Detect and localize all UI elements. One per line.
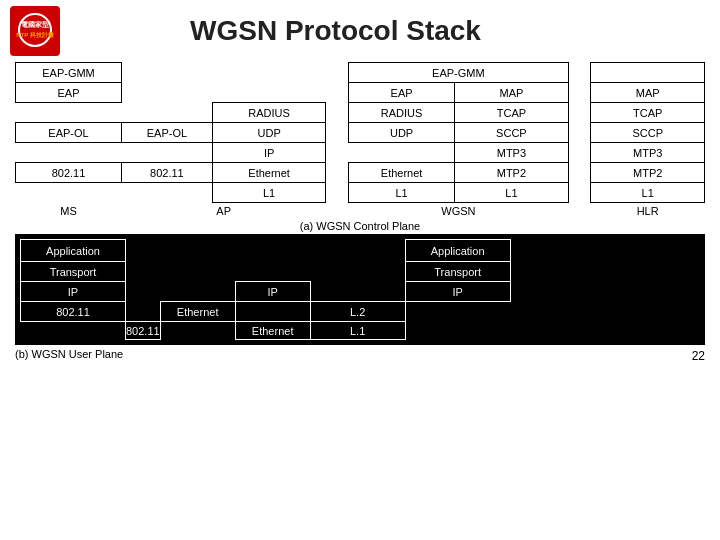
up-empty: [510, 282, 699, 302]
cell-l1-wgsn2: L1: [455, 183, 569, 203]
up-ip-hlr: IP: [405, 282, 510, 302]
user-plane-table: Application Application Transport Transp…: [20, 239, 700, 340]
cell-empty: [326, 163, 349, 183]
cell-mtp3-hlr: MTP3: [591, 143, 705, 163]
up-empty: [160, 240, 235, 262]
cell-sccp-hlr: SCCP: [591, 123, 705, 143]
control-plane-caption: (a) WGSN Control Plane: [15, 220, 705, 232]
table-row: 802.11 802.11 Ethernet Ethernet MTP2 MTP…: [16, 163, 705, 183]
header: 電國家型 NTP 科技計畫 WGSN Protocol Stack: [0, 0, 720, 62]
up-empty: [510, 322, 699, 340]
cell-empty: [326, 83, 349, 103]
cell-empty: [568, 83, 591, 103]
label-hlr: HLR: [591, 203, 705, 218]
table-row: Transport Transport: [21, 262, 700, 282]
table-row: IP MTP3 MTP3: [16, 143, 705, 163]
up-empty: [21, 322, 126, 340]
cell-radius-ap: RADIUS: [212, 103, 326, 123]
up-app-ms: Application: [21, 240, 126, 262]
user-plane-caption: (b) WGSN User Plane: [15, 348, 123, 363]
cell-empty: [326, 123, 349, 143]
up-ethernet-mid: Ethernet: [235, 322, 310, 340]
cell-eap-gmm-ms: EAP-GMM: [16, 63, 122, 83]
table-row: EAP-GMM EAP-GMM: [16, 63, 705, 83]
cell-empty: [16, 183, 122, 203]
cell-empty: [568, 183, 591, 203]
cell-ethernet-ap: Ethernet: [212, 163, 326, 183]
cell-empty: [568, 143, 591, 163]
cell-empty: [326, 103, 349, 123]
cell-empty: [326, 203, 349, 218]
up-empty: [126, 302, 161, 322]
cell-udp-wgsn: UDP: [349, 123, 455, 143]
cell-eap-wgsn: EAP: [349, 83, 455, 103]
up-transport-hlr: Transport: [405, 262, 510, 282]
up-80211-ap: 802.11: [126, 322, 161, 340]
cell-ip-ap: IP: [212, 143, 326, 163]
up-empty: [160, 282, 235, 302]
table-row: IP IP IP: [21, 282, 700, 302]
cell-empty: [568, 123, 591, 143]
control-plane-section: EAP-GMM EAP-GMM EAP EAP MAP MAP: [0, 62, 720, 232]
cell-mtp2-hlr: MTP2: [591, 163, 705, 183]
up-empty: [385, 240, 405, 262]
up-empty: [510, 262, 699, 282]
cell-empty: [16, 103, 122, 123]
cell-ethernet-wgsn: Ethernet: [349, 163, 455, 183]
logo-area: 電國家型 NTP 科技計畫: [10, 6, 170, 56]
user-plane-section: Application Application Transport Transp…: [15, 234, 705, 345]
up-empty: [160, 322, 235, 340]
cell-eapol-ms: EAP-OL: [16, 123, 122, 143]
cell-empty-hlr: [591, 63, 705, 83]
cell-empty: [212, 83, 326, 103]
cell-empty: [568, 203, 591, 218]
page-title: WGSN Protocol Stack: [190, 15, 481, 47]
cell-mtp2-wgsn: MTP2: [455, 163, 569, 183]
cell-empty: [122, 143, 213, 163]
cell-eapol-ap: EAP-OL: [122, 123, 213, 143]
up-empty: [310, 282, 385, 302]
cell-tcap-wgsn: TCAP: [455, 103, 569, 123]
cell-tcap-hlr: TCAP: [591, 103, 705, 123]
cell-map-hlr: MAP: [591, 83, 705, 103]
cell-eap-gmm-wgsn: EAP-GMM: [349, 63, 569, 83]
cell-empty: [122, 103, 213, 123]
up-l2-right: L.2: [310, 302, 405, 322]
up-empty: [126, 282, 161, 302]
table-row: 802.11 Ethernet L.2: [21, 302, 700, 322]
cell-eap-ms: EAP: [16, 83, 122, 103]
up-empty: [405, 322, 510, 340]
up-empty: [510, 240, 699, 262]
cell-empty: [122, 83, 213, 103]
cell-empty: [568, 103, 591, 123]
cell-80211-ms: 802.11: [16, 163, 122, 183]
up-empty: [385, 262, 405, 282]
cell-udp-ap: UDP: [212, 123, 326, 143]
up-empty: [160, 262, 235, 282]
cell-empty: [122, 63, 213, 83]
cell-empty: [568, 63, 591, 83]
up-empty: [510, 302, 699, 322]
svg-text:NTP 科技計畫: NTP 科技計畫: [16, 31, 55, 38]
page-number: 22: [692, 349, 705, 363]
up-80211-ms: 802.11: [21, 302, 126, 322]
table-row: EAP-OL EAP-OL UDP UDP SCCP SCCP: [16, 123, 705, 143]
cell-empty: [326, 63, 349, 83]
label-ap: AP: [122, 203, 326, 218]
up-transport-ms: Transport: [21, 262, 126, 282]
up-empty: [235, 240, 310, 262]
cell-empty: [212, 63, 326, 83]
labels-row: MS AP WGSN HLR: [16, 203, 705, 218]
cell-80211-ap: 802.11: [122, 163, 213, 183]
up-ethernet-ap1: Ethernet: [160, 302, 235, 322]
cell-map-wgsn: MAP: [455, 83, 569, 103]
up-app-hlr: Application: [405, 240, 510, 262]
cell-empty: [16, 143, 122, 163]
up-empty: [310, 240, 385, 262]
cell-empty: [568, 163, 591, 183]
bottom-bar: (b) WGSN User Plane 22: [0, 345, 720, 363]
cell-radius-wgsn: RADIUS: [349, 103, 455, 123]
up-empty: [126, 262, 161, 282]
control-plane-table: EAP-GMM EAP-GMM EAP EAP MAP MAP: [15, 62, 705, 217]
cell-l1-hlr: L1: [591, 183, 705, 203]
